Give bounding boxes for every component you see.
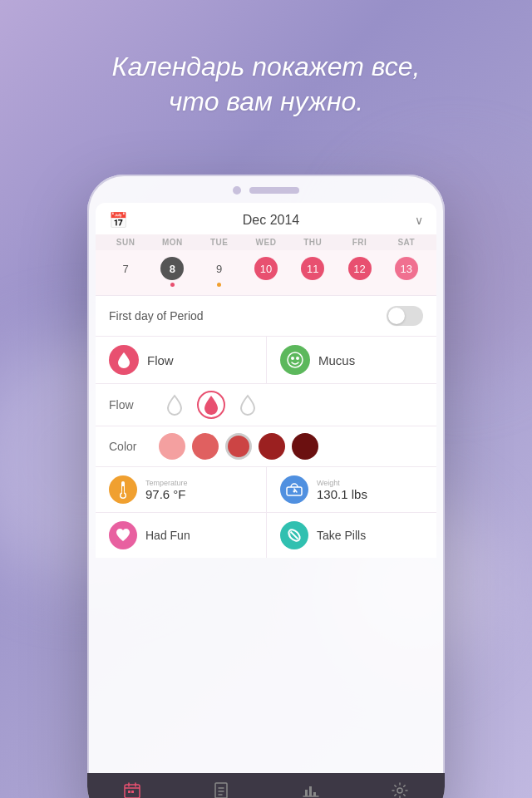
take-pills-icon	[280, 521, 308, 549]
flow-label: Flow	[147, 353, 174, 367]
day-number-11: 11	[301, 257, 324, 280]
flow-option-light[interactable]	[160, 391, 189, 419]
svg-point-9	[293, 490, 296, 493]
calendar-day-7[interactable]: 7	[102, 255, 149, 288]
color-swatches	[159, 433, 318, 460]
flow-option-medium[interactable]	[197, 391, 225, 419]
calendar-chevron-icon[interactable]: ∨	[415, 214, 423, 227]
had-fun-icon	[109, 521, 137, 549]
color-swatch-4[interactable]	[292, 433, 318, 460]
temperature-info: Temperature 97.6 °F	[145, 479, 188, 501]
had-fun-label: Had Fun	[145, 529, 190, 542]
day-header-fri: FRI	[336, 238, 382, 247]
day-number-13: 13	[395, 257, 418, 280]
calendar-day-10[interactable]: 10	[243, 255, 289, 288]
color-row-label: Color	[109, 440, 150, 453]
weight-value: 130.1 lbs	[317, 487, 367, 501]
tab-calendar[interactable]: Calendar	[87, 776, 177, 799]
day-header-wed: WED	[243, 238, 289, 247]
calendar-header: 📅 Dec 2014 ∨	[96, 203, 436, 234]
stats-row: Temperature 97.6 °F Weight 130.1 lbs	[96, 466, 436, 512]
phone-frame: 📅 Dec 2014 ∨ SUN MON TUE WED THU FRI SAT…	[87, 175, 445, 798]
hero-line-1: Календарь покажет все,	[112, 52, 421, 81]
mucus-icon	[280, 345, 310, 375]
weight-icon	[280, 475, 308, 504]
flow-option-heavy[interactable]	[234, 391, 262, 419]
take-pills-item[interactable]: Take Pills	[266, 513, 436, 558]
day-header-tue: TUE	[196, 238, 243, 247]
calendar-day-13[interactable]: 13	[383, 255, 430, 288]
day-number-8: 8	[160, 257, 184, 280]
fun-pills-row: Had Fun Take Pills	[96, 512, 436, 558]
flow-icon	[109, 345, 139, 375]
weight-stat[interactable]: Weight 130.1 lbs	[266, 467, 436, 512]
calendar-day-12[interactable]: 12	[336, 255, 382, 288]
tab-charts-icon	[302, 781, 320, 799]
temperature-icon	[109, 475, 137, 504]
flow-selector-label: Flow	[109, 398, 150, 411]
color-swatch-2[interactable]	[225, 433, 252, 460]
tab-diary[interactable]: Diary	[177, 776, 267, 799]
hero-line-2: что вам нужно.	[169, 86, 363, 116]
day-header-mon: MON	[149, 238, 195, 247]
svg-point-2	[296, 357, 299, 360]
tab-calendar-icon	[123, 781, 141, 799]
day-number-10: 10	[254, 257, 278, 280]
flow-selector-row: Flow	[96, 383, 436, 426]
temperature-label: Temperature	[145, 479, 188, 487]
svg-rect-23	[305, 790, 308, 796]
period-toggle-switch[interactable]	[387, 306, 423, 326]
color-swatch-3[interactable]	[259, 433, 285, 460]
day-dot-8	[170, 283, 175, 287]
tab-diary-icon	[213, 781, 229, 799]
phone-camera	[233, 186, 241, 195]
color-row: Color	[96, 426, 436, 466]
mucus-label: Mucus	[318, 353, 355, 367]
tab-settings-icon	[391, 781, 409, 799]
svg-rect-25	[313, 792, 316, 796]
tab-charts[interactable]: Charts	[266, 776, 356, 799]
weight-label: Weight	[317, 479, 367, 487]
svg-point-6	[121, 494, 126, 498]
hero-text: Календарь покажет все, что вам нужно.	[0, 50, 532, 119]
day-header-thu: THU	[289, 238, 336, 247]
flow-feature-item[interactable]: Flow	[96, 337, 266, 383]
calendar-icon: 📅	[109, 211, 127, 229]
day-number-9: 9	[208, 257, 231, 280]
day-number-12: 12	[348, 257, 372, 280]
temperature-stat[interactable]: Temperature 97.6 °F	[96, 467, 266, 512]
temperature-value: 97.6 °F	[145, 487, 188, 501]
feature-row-flow-mucus: Flow Mucus	[96, 336, 436, 383]
toggle-knob	[388, 308, 405, 324]
period-toggle-label: First day of Period	[109, 309, 204, 323]
svg-point-1	[291, 357, 294, 360]
mucus-feature-item[interactable]: Mucus	[266, 337, 436, 383]
calendar-day-11[interactable]: 11	[289, 255, 336, 288]
day-header-sun: SUN	[102, 238, 149, 247]
had-fun-item[interactable]: Had Fun	[96, 513, 266, 558]
color-swatch-1[interactable]	[192, 433, 219, 460]
calendar-days-row: 7 8 9 10 11 12	[96, 250, 436, 295]
calendar-day-8[interactable]: 8	[149, 255, 195, 288]
calendar-day-headers: SUN MON TUE WED THU FRI SAT	[96, 234, 436, 250]
phone-top-bar	[87, 175, 445, 203]
svg-rect-16	[128, 791, 131, 793]
color-swatch-0[interactable]	[159, 433, 185, 460]
day-header-sat: SAT	[383, 238, 430, 247]
take-pills-label: Take Pills	[317, 529, 366, 542]
svg-rect-17	[131, 791, 134, 793]
calendar-month: Dec 2014	[243, 213, 300, 228]
app-content: 📅 Dec 2014 ∨ SUN MON TUE WED THU FRI SAT…	[96, 203, 436, 558]
weight-info: Weight 130.1 lbs	[317, 479, 367, 501]
flow-options	[160, 391, 262, 419]
svg-point-0	[288, 352, 303, 367]
phone-speaker	[249, 187, 299, 194]
svg-point-26	[397, 788, 402, 793]
tab-settings[interactable]: Settings	[356, 776, 446, 799]
svg-rect-24	[309, 786, 312, 796]
svg-rect-18	[215, 783, 227, 798]
tab-bar: Calendar Diary C	[87, 773, 445, 798]
day-dot-9	[217, 283, 221, 287]
calendar-day-9[interactable]: 9	[196, 255, 243, 288]
period-toggle-row: First day of Period	[96, 295, 436, 336]
